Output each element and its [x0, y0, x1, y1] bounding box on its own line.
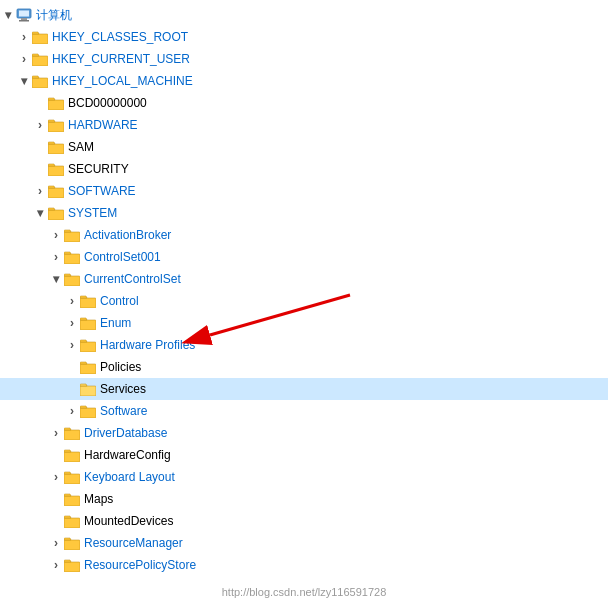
tree-item-currentcontrolset[interactable]: ▾ CurrentControlSet	[0, 268, 608, 290]
expand-button[interactable]: ›	[48, 249, 64, 265]
expand-button[interactable]: ›	[48, 425, 64, 441]
tree-item-software_root[interactable]: › SOFTWARE	[0, 180, 608, 202]
tree-item-mounteddevices[interactable]: MountedDevices	[0, 510, 608, 532]
expand-button[interactable]: ›	[48, 469, 64, 485]
tree-item-resourcepolicystore[interactable]: › ResourcePolicyStore	[0, 554, 608, 576]
folder-icon	[64, 448, 80, 462]
svg-rect-12	[48, 210, 64, 220]
tree-item-driverdatabase[interactable]: › DriverDatabase	[0, 422, 608, 444]
tree-item-hwprofiles[interactable]: › Hardware Profiles	[0, 334, 608, 356]
tree-item-security[interactable]: SECURITY	[0, 158, 608, 180]
expand-button[interactable]: ▾	[16, 73, 32, 89]
tree-item-keyboardlayout[interactable]: › Keyboard Layout	[0, 466, 608, 488]
svg-rect-15	[64, 276, 80, 286]
svg-rect-6	[32, 78, 48, 88]
svg-rect-3	[19, 20, 29, 22]
expand-button[interactable]: ›	[32, 117, 48, 133]
expand-button[interactable]: ▾	[48, 271, 64, 287]
computer-icon	[16, 8, 32, 22]
expand-button[interactable]: ›	[64, 337, 80, 353]
expand-button	[48, 579, 64, 580]
tree-item-label: HardwareConfig	[84, 448, 171, 462]
folder-icon	[80, 360, 96, 374]
tree-item-label: ResourceManager	[84, 536, 183, 550]
expand-button[interactable]: ›	[48, 227, 64, 243]
svg-rect-10	[48, 166, 64, 176]
tree-item-bcd[interactable]: BCD00000000	[0, 92, 608, 114]
svg-rect-16	[80, 298, 96, 308]
folder-icon	[48, 118, 64, 132]
folder-icon	[64, 536, 80, 550]
tree-item-hkcr[interactable]: › HKEY_CLASSES_ROOT	[0, 26, 608, 48]
tree-item-label: HARDWARE	[68, 118, 138, 132]
expand-button[interactable]: ›	[16, 51, 32, 67]
folder-icon	[64, 228, 80, 242]
tree-item-label: DriverDatabase	[84, 426, 167, 440]
tree-item-controlset001[interactable]: › ControlSet001	[0, 246, 608, 268]
tree-item-label: ResourcePolicyStore	[84, 558, 196, 572]
tree-item-label: CurrentControlSet	[84, 272, 181, 286]
svg-rect-19	[80, 364, 96, 374]
expand-button[interactable]: ›	[64, 315, 80, 331]
tree-item-enum[interactable]: › Enum	[0, 312, 608, 334]
tree-item-computer[interactable]: ▾ 计算机	[0, 4, 608, 26]
svg-rect-9	[48, 144, 64, 154]
tree-item-hklm[interactable]: ▾ HKEY_LOCAL_MACHINE	[0, 70, 608, 92]
tree-item-system[interactable]: ▾ SYSTEM	[0, 202, 608, 224]
tree-item-hardware[interactable]: › HARDWARE	[0, 114, 608, 136]
tree-item-label: Policies	[100, 360, 141, 374]
tree-item-label: SOFTWARE	[68, 184, 136, 198]
expand-button[interactable]: ›	[48, 535, 64, 551]
svg-rect-2	[21, 18, 27, 20]
tree-item-sam[interactable]: SAM	[0, 136, 608, 158]
tree-item-label: Keyboard Layout	[84, 470, 175, 484]
expand-button[interactable]: ›	[64, 293, 80, 309]
registry-tree[interactable]: ▾ 计算机› HKEY_CLASSES_ROOT› HKEY_CURRENT_U…	[0, 0, 608, 580]
expand-button[interactable]: ▾	[0, 7, 16, 23]
expand-button	[48, 447, 64, 463]
tree-item-maps[interactable]: Maps	[0, 488, 608, 510]
tree-item-label: HKEY_LOCAL_MACHINE	[52, 74, 193, 88]
svg-rect-28	[64, 562, 80, 572]
tree-item-label: HKEY_CURRENT_USER	[52, 52, 190, 66]
tree-item-label: Control	[100, 294, 139, 308]
svg-rect-13	[64, 232, 80, 242]
tree-item-rng[interactable]: RNG	[0, 576, 608, 580]
folder-icon	[80, 338, 96, 352]
expand-button	[32, 139, 48, 155]
tree-item-hardwareconfig[interactable]: HardwareConfig	[0, 444, 608, 466]
folder-icon	[32, 74, 48, 88]
tree-item-label: ControlSet001	[84, 250, 161, 264]
tree-item-label: Enum	[100, 316, 131, 330]
svg-rect-26	[64, 518, 80, 528]
expand-button[interactable]: ›	[32, 183, 48, 199]
svg-rect-21	[80, 408, 96, 418]
tree-item-activationbroker[interactable]: › ActivationBroker	[0, 224, 608, 246]
svg-rect-14	[64, 254, 80, 264]
expand-button[interactable]: ›	[64, 403, 80, 419]
tree-item-resourcemanager[interactable]: › ResourceManager	[0, 532, 608, 554]
folder-icon	[64, 426, 80, 440]
tree-item-software_ccs[interactable]: › Software	[0, 400, 608, 422]
expand-button[interactable]: ›	[48, 557, 64, 573]
tree-item-services[interactable]: Services	[0, 378, 608, 400]
tree-item-hkcu[interactable]: › HKEY_CURRENT_USER	[0, 48, 608, 70]
folder-icon	[80, 294, 96, 308]
tree-item-control[interactable]: › Control	[0, 290, 608, 312]
folder-icon	[64, 558, 80, 572]
svg-rect-1	[19, 11, 29, 17]
expand-button[interactable]: ▾	[32, 205, 48, 221]
expand-button	[32, 161, 48, 177]
folder-icon	[64, 250, 80, 264]
tree-item-policies[interactable]: Policies	[0, 356, 608, 378]
svg-rect-20	[80, 386, 96, 396]
svg-rect-8	[48, 122, 64, 132]
expand-button	[48, 513, 64, 529]
folder-icon	[64, 492, 80, 506]
tree-item-label: BCD00000000	[68, 96, 147, 110]
tree-item-label: Maps	[84, 492, 113, 506]
expand-button[interactable]: ›	[16, 29, 32, 45]
folder-icon	[32, 52, 48, 66]
folder-icon	[64, 272, 80, 286]
tree-item-label: SYSTEM	[68, 206, 117, 220]
